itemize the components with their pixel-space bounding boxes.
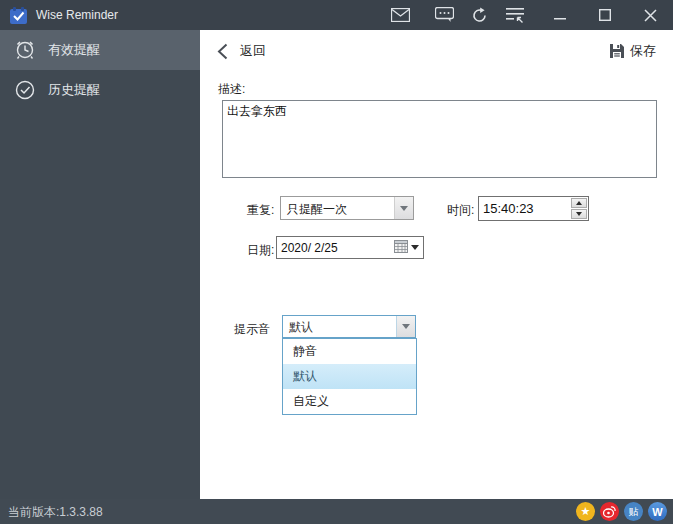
- maximize-icon[interactable]: [590, 0, 620, 30]
- date-picker[interactable]: 2020/ 2/25: [276, 236, 424, 259]
- date-value: 2020/ 2/25: [277, 241, 394, 255]
- description-label: 描述:: [218, 81, 245, 98]
- titlebar: Wise Reminder: [0, 0, 673, 30]
- chevron-down-icon[interactable]: [394, 197, 413, 219]
- feedback-icon[interactable]: [429, 0, 459, 30]
- sidebar: 有效提醒 历史提醒: [0, 30, 200, 499]
- spin-up-icon[interactable]: [571, 198, 587, 208]
- menu-list-icon[interactable]: [500, 0, 530, 30]
- save-button[interactable]: 保存: [609, 42, 656, 60]
- sound-value: 默认: [283, 316, 396, 337]
- check-circle-icon: [14, 79, 36, 101]
- app-logo-icon: [10, 7, 27, 24]
- reminder-edit-panel: 返回 保存 描述: 重复: 只提醒一次 时间: 15:40:23: [200, 30, 673, 499]
- sound-label: 提示音: [234, 321, 270, 338]
- wise-reminder-window: Wise Reminder: [0, 0, 673, 524]
- chevron-left-icon: [217, 43, 228, 60]
- weibo-icon[interactable]: [600, 502, 619, 521]
- save-label: 保存: [630, 42, 656, 60]
- tieba-icon[interactable]: 贴: [624, 502, 643, 521]
- time-spinner-buttons: [570, 197, 588, 220]
- back-button[interactable]: 返回: [217, 42, 266, 60]
- sidebar-item-history-reminders[interactable]: 历史提醒: [0, 70, 200, 110]
- time-spinner[interactable]: 15:40:23: [478, 196, 589, 221]
- sound-option-default[interactable]: 默认: [283, 364, 416, 389]
- sound-dropdown-list: 静音 默认 自定义: [282, 338, 417, 415]
- mail-icon[interactable]: [385, 0, 415, 30]
- repeat-label: 重复:: [247, 202, 274, 219]
- sound-option-custom[interactable]: 自定义: [283, 389, 416, 414]
- calendar-icon: [394, 239, 408, 257]
- sidebar-item-active-reminders[interactable]: 有效提醒: [0, 30, 200, 70]
- save-floppy-icon: [609, 43, 625, 59]
- qzone-star-icon[interactable]: ★: [576, 502, 595, 521]
- version-text: 当前版本:1.3.3.88: [8, 504, 103, 521]
- repeat-value: 只提醒一次: [281, 197, 394, 219]
- time-label: 时间:: [447, 202, 474, 219]
- sound-select[interactable]: 默认: [282, 315, 416, 338]
- refresh-icon[interactable]: [464, 0, 494, 30]
- status-bar: 当前版本:1.3.3.88 ★ 贴 W: [0, 499, 673, 524]
- wise-w-icon[interactable]: W: [648, 502, 667, 521]
- date-label: 日期:: [247, 242, 274, 259]
- chevron-down-icon[interactable]: [411, 245, 419, 250]
- description-input[interactable]: [222, 100, 657, 178]
- back-label: 返回: [240, 42, 266, 60]
- sound-option-mute[interactable]: 静音: [283, 339, 416, 364]
- chevron-down-icon[interactable]: [396, 316, 415, 337]
- alarm-clock-icon: [14, 39, 36, 61]
- close-icon[interactable]: [635, 0, 665, 30]
- repeat-select[interactable]: 只提醒一次: [280, 196, 414, 220]
- spin-down-icon[interactable]: [571, 209, 587, 219]
- sidebar-item-label: 有效提醒: [48, 41, 100, 59]
- social-links: ★ 贴 W: [576, 502, 667, 521]
- time-value: 15:40:23: [479, 197, 570, 220]
- window-title: Wise Reminder: [36, 8, 118, 22]
- minimize-icon[interactable]: [545, 0, 575, 30]
- sidebar-item-label: 历史提醒: [48, 81, 100, 99]
